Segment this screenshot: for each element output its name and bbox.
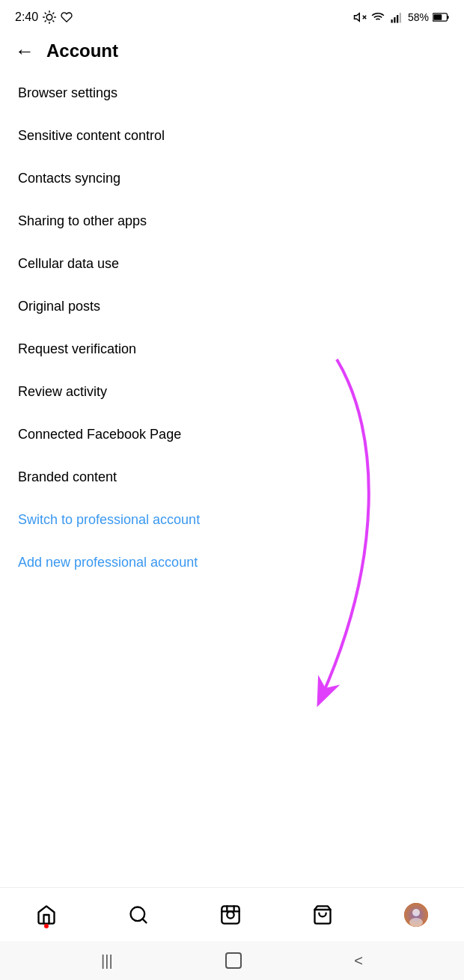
svg-line-3: [45, 13, 46, 13]
svg-line-7: [45, 21, 46, 22]
dnd-icon: [61, 11, 73, 23]
gesture-bar: ||| <: [0, 941, 464, 980]
battery-percent: 58%: [408, 11, 429, 23]
time-label: 2:40: [15, 10, 38, 24]
nav-search[interactable]: [128, 904, 149, 925]
home-dot: [44, 924, 49, 928]
menu-item-original-posts[interactable]: Original posts: [0, 285, 464, 328]
svg-line-4: [53, 21, 54, 22]
menu-item-cellular-data[interactable]: Cellular data use: [0, 243, 464, 285]
svg-marker-9: [354, 13, 359, 22]
page-header: ← Account: [0, 33, 464, 72]
svg-point-0: [46, 14, 52, 20]
menu-item-request-verification[interactable]: Request verification: [0, 328, 464, 371]
svg-rect-16: [400, 13, 401, 23]
status-icons: 58%: [353, 10, 449, 24]
sun-icon: [43, 10, 56, 24]
svg-rect-14: [394, 17, 395, 23]
svg-point-23: [227, 911, 233, 918]
back-gesture[interactable]: <: [354, 952, 363, 970]
mute-icon: [353, 10, 367, 24]
menu-item-branded-content[interactable]: Branded content: [0, 456, 464, 499]
recents-gesture[interactable]: |||: [101, 952, 113, 970]
nav-reels[interactable]: [220, 904, 241, 925]
menu-item-review-activity[interactable]: Review activity: [0, 371, 464, 413]
search-icon: [128, 904, 149, 925]
profile-avatar: [404, 903, 428, 927]
nav-home[interactable]: [36, 904, 57, 925]
menu-item-sensitive-content[interactable]: Sensitive content control: [0, 115, 464, 157]
menu-item-sharing-other-apps[interactable]: Sharing to other apps: [0, 200, 464, 243]
battery-icon: [433, 12, 449, 22]
reels-icon: [220, 904, 241, 925]
nav-profile[interactable]: [404, 903, 428, 927]
svg-point-30: [409, 918, 423, 927]
svg-point-29: [412, 909, 420, 916]
wifi-icon: [370, 10, 385, 24]
signal-icon: [389, 10, 404, 24]
settings-menu: Browser settingsSensitive content contro…: [0, 72, 464, 584]
svg-line-8: [53, 13, 54, 13]
home-icon: [36, 904, 57, 925]
status-bar: 2:40 58%: [0, 0, 464, 33]
page-title: Account: [46, 40, 118, 61]
svg-rect-13: [391, 19, 392, 23]
svg-line-21: [142, 919, 146, 922]
svg-rect-18: [448, 16, 449, 19]
menu-item-connected-facebook[interactable]: Connected Facebook Page: [0, 413, 464, 456]
svg-rect-19: [433, 14, 442, 20]
menu-item-add-professional[interactable]: Add new professional account: [0, 541, 464, 584]
home-gesture[interactable]: [225, 952, 242, 969]
status-time: 2:40: [15, 10, 73, 24]
nav-shop[interactable]: [312, 904, 333, 925]
menu-item-browser-settings[interactable]: Browser settings: [0, 72, 464, 115]
back-button[interactable]: ←: [15, 41, 34, 61]
menu-item-contacts-syncing[interactable]: Contacts syncing: [0, 157, 464, 200]
shop-icon: [312, 904, 333, 925]
svg-rect-15: [397, 15, 398, 23]
menu-item-switch-professional[interactable]: Switch to professional account: [0, 499, 464, 541]
svg-rect-22: [222, 906, 239, 923]
bottom-navigation: [0, 887, 464, 941]
